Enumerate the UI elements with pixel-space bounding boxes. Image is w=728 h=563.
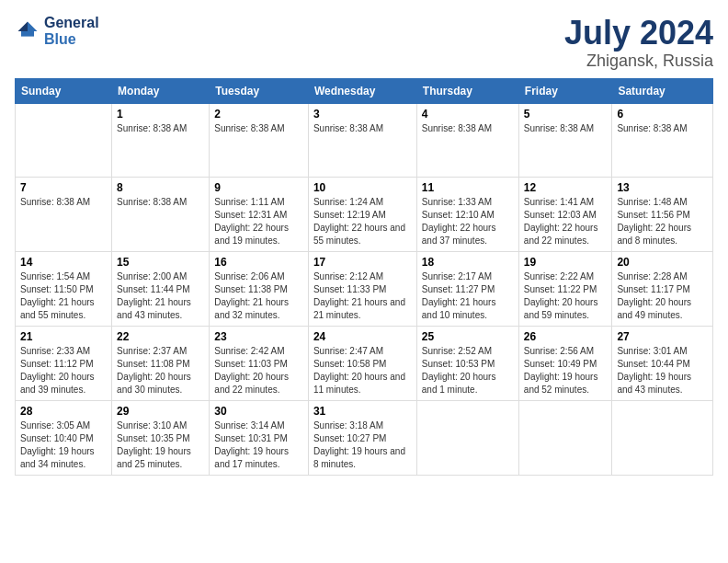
day-number: 12 bbox=[524, 181, 608, 194]
day-number: 3 bbox=[313, 108, 412, 121]
day-number: 26 bbox=[524, 330, 608, 343]
header-friday: Friday bbox=[518, 78, 612, 103]
day-cell bbox=[16, 103, 112, 177]
day-number: 22 bbox=[117, 330, 204, 343]
day-cell bbox=[416, 400, 518, 475]
day-cell: 8Sunrise: 8:38 AM bbox=[112, 177, 210, 251]
day-cell: 30Sunrise: 3:14 AMSunset: 10:31 PMDaylig… bbox=[210, 400, 309, 475]
day-number: 5 bbox=[524, 108, 608, 121]
week-row-5: 28Sunrise: 3:05 AMSunset: 10:40 PMDaylig… bbox=[16, 400, 713, 475]
day-info: Sunrise: 1:54 AMSunset: 11:50 PMDaylight… bbox=[20, 270, 107, 322]
day-info: Sunrise: 3:10 AMSunset: 10:35 PMDaylight… bbox=[117, 419, 204, 471]
day-info: Sunrise: 1:11 AMSunset: 12:31 AMDaylight… bbox=[214, 196, 303, 247]
day-number: 10 bbox=[313, 181, 412, 194]
day-cell bbox=[612, 400, 713, 475]
day-number: 29 bbox=[117, 405, 204, 418]
day-number: 24 bbox=[313, 330, 412, 343]
day-cell: 26Sunrise: 2:56 AMSunset: 10:49 PMDaylig… bbox=[518, 326, 612, 400]
day-cell: 16Sunrise: 2:06 AMSunset: 11:38 PMDaylig… bbox=[210, 251, 309, 326]
day-info: Sunrise: 2:56 AMSunset: 10:49 PMDaylight… bbox=[524, 345, 608, 396]
day-cell: 2Sunrise: 8:38 AM bbox=[210, 103, 309, 177]
day-info: Sunrise: 1:33 AMSunset: 12:10 AMDaylight… bbox=[422, 196, 514, 247]
day-number: 15 bbox=[117, 256, 204, 269]
day-number: 2 bbox=[214, 108, 303, 121]
header-saturday: Saturday bbox=[612, 78, 713, 103]
header-tuesday: Tuesday bbox=[210, 78, 309, 103]
svg-rect-2 bbox=[21, 31, 34, 37]
day-info: Sunrise: 1:41 AMSunset: 12:03 AMDaylight… bbox=[524, 196, 608, 247]
week-row-4: 21Sunrise: 2:33 AMSunset: 11:12 PMDaylig… bbox=[16, 326, 713, 400]
day-cell: 10Sunrise: 1:24 AMSunset: 12:19 AMDaylig… bbox=[308, 177, 416, 251]
day-cell: 20Sunrise: 2:28 AMSunset: 11:17 PMDaylig… bbox=[612, 251, 713, 326]
day-cell: 24Sunrise: 2:47 AMSunset: 10:58 PMDaylig… bbox=[308, 326, 416, 400]
day-number: 8 bbox=[117, 181, 204, 194]
week-row-2: 7Sunrise: 8:38 AM8Sunrise: 8:38 AM9Sunri… bbox=[16, 177, 713, 251]
day-number: 25 bbox=[422, 330, 514, 343]
day-cell: 27Sunrise: 3:01 AMSunset: 10:44 PMDaylig… bbox=[612, 326, 713, 400]
header-sunday: Sunday bbox=[16, 78, 112, 103]
day-info: Sunrise: 3:18 AMSunset: 10:27 PMDaylight… bbox=[313, 419, 412, 471]
day-cell: 14Sunrise: 1:54 AMSunset: 11:50 PMDaylig… bbox=[16, 251, 112, 326]
day-info: Sunrise: 2:52 AMSunset: 10:53 PMDaylight… bbox=[422, 345, 514, 396]
page-header: General Blue July 2024 Zhigansk, Russia bbox=[15, 15, 713, 71]
calendar-title: July 2024 bbox=[564, 15, 713, 52]
day-number: 6 bbox=[617, 108, 708, 121]
logo-icon bbox=[15, 18, 40, 44]
day-cell: 13Sunrise: 1:48 AMSunset: 11:56 PMDaylig… bbox=[612, 177, 713, 251]
day-info: Sunrise: 8:38 AM bbox=[117, 122, 204, 135]
logo-text: General Blue bbox=[44, 15, 99, 47]
day-cell: 6Sunrise: 8:38 AM bbox=[612, 103, 713, 177]
day-info: Sunrise: 8:38 AM bbox=[313, 122, 412, 135]
day-info: Sunrise: 8:38 AM bbox=[214, 122, 303, 135]
day-info: Sunrise: 1:24 AMSunset: 12:19 AMDaylight… bbox=[313, 196, 412, 247]
day-info: Sunrise: 3:14 AMSunset: 10:31 PMDaylight… bbox=[214, 419, 303, 471]
day-info: Sunrise: 2:17 AMSunset: 11:27 PMDaylight… bbox=[422, 270, 514, 322]
day-number: 9 bbox=[214, 181, 303, 194]
day-cell: 15Sunrise: 2:00 AMSunset: 11:44 PMDaylig… bbox=[112, 251, 210, 326]
day-info: Sunrise: 2:28 AMSunset: 11:17 PMDaylight… bbox=[617, 270, 708, 322]
day-info: Sunrise: 8:38 AM bbox=[617, 122, 708, 135]
day-cell: 3Sunrise: 8:38 AM bbox=[308, 103, 416, 177]
day-number: 11 bbox=[422, 181, 514, 194]
day-info: Sunrise: 2:33 AMSunset: 11:12 PMDaylight… bbox=[20, 345, 107, 396]
day-info: Sunrise: 8:38 AM bbox=[524, 122, 608, 135]
day-number: 16 bbox=[214, 256, 303, 269]
day-number: 18 bbox=[422, 256, 514, 269]
header-wednesday: Wednesday bbox=[308, 78, 416, 103]
day-number: 28 bbox=[20, 405, 107, 418]
day-cell: 19Sunrise: 2:22 AMSunset: 11:22 PMDaylig… bbox=[518, 251, 612, 326]
day-info: Sunrise: 2:06 AMSunset: 11:38 PMDaylight… bbox=[214, 270, 303, 322]
day-cell: 23Sunrise: 2:42 AMSunset: 11:03 PMDaylig… bbox=[210, 326, 309, 400]
day-cell: 1Sunrise: 8:38 AM bbox=[112, 103, 210, 177]
day-number: 14 bbox=[20, 256, 107, 269]
day-number: 20 bbox=[617, 256, 708, 269]
logo: General Blue bbox=[15, 15, 99, 47]
day-number: 30 bbox=[214, 405, 303, 418]
day-info: Sunrise: 8:38 AM bbox=[422, 122, 514, 135]
day-info: Sunrise: 2:00 AMSunset: 11:44 PMDaylight… bbox=[117, 270, 204, 322]
day-cell bbox=[518, 400, 612, 475]
calendar-table: SundayMondayTuesdayWednesdayThursdayFrid… bbox=[15, 78, 713, 476]
day-number: 27 bbox=[617, 330, 708, 343]
day-info: Sunrise: 1:48 AMSunset: 11:56 PMDaylight… bbox=[617, 196, 708, 247]
day-cell: 31Sunrise: 3:18 AMSunset: 10:27 PMDaylig… bbox=[308, 400, 416, 475]
day-cell: 4Sunrise: 8:38 AM bbox=[416, 103, 518, 177]
day-number: 17 bbox=[313, 256, 412, 269]
calendar-header-row: SundayMondayTuesdayWednesdayThursdayFrid… bbox=[16, 78, 713, 103]
calendar-subtitle: Zhigansk, Russia bbox=[564, 52, 713, 71]
header-thursday: Thursday bbox=[416, 78, 518, 103]
day-info: Sunrise: 2:42 AMSunset: 11:03 PMDaylight… bbox=[214, 345, 303, 396]
day-cell: 25Sunrise: 2:52 AMSunset: 10:53 PMDaylig… bbox=[416, 326, 518, 400]
day-cell: 22Sunrise: 2:37 AMSunset: 11:08 PMDaylig… bbox=[112, 326, 210, 400]
day-cell: 9Sunrise: 1:11 AMSunset: 12:31 AMDayligh… bbox=[210, 177, 309, 251]
day-cell: 29Sunrise: 3:10 AMSunset: 10:35 PMDaylig… bbox=[112, 400, 210, 475]
day-cell: 11Sunrise: 1:33 AMSunset: 12:10 AMDaylig… bbox=[416, 177, 518, 251]
svg-marker-1 bbox=[18, 21, 28, 31]
day-info: Sunrise: 2:22 AMSunset: 11:22 PMDaylight… bbox=[524, 270, 608, 322]
day-info: Sunrise: 2:47 AMSunset: 10:58 PMDaylight… bbox=[313, 345, 412, 396]
day-info: Sunrise: 3:01 AMSunset: 10:44 PMDaylight… bbox=[617, 345, 708, 396]
day-info: Sunrise: 3:05 AMSunset: 10:40 PMDaylight… bbox=[20, 419, 107, 471]
day-cell: 7Sunrise: 8:38 AM bbox=[16, 177, 112, 251]
week-row-3: 14Sunrise: 1:54 AMSunset: 11:50 PMDaylig… bbox=[16, 251, 713, 326]
day-number: 4 bbox=[422, 108, 514, 121]
